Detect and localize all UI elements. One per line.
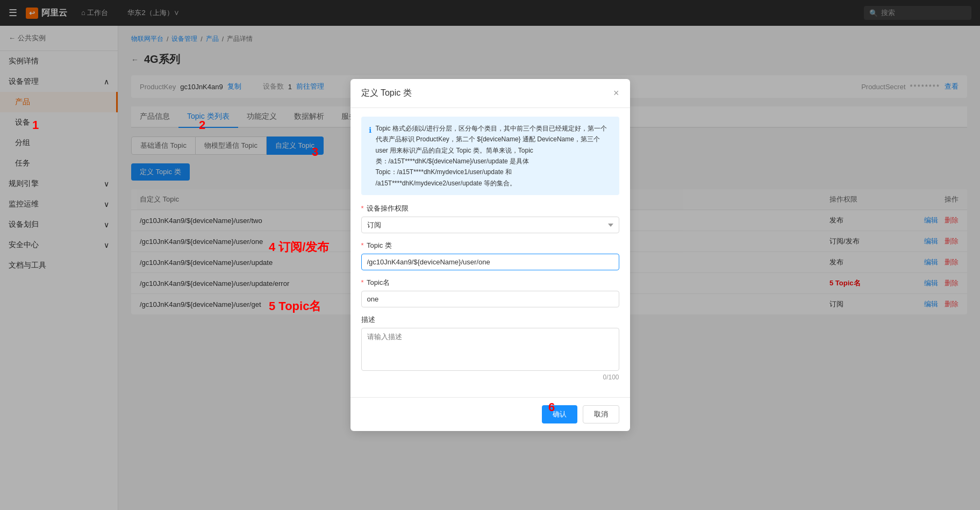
topic-class-label-text: Topic 类	[367, 241, 392, 249]
modal-close-button[interactable]: ×	[613, 88, 619, 99]
topic-name-input[interactable]	[361, 291, 619, 307]
permission-label-text: 设备操作权限	[367, 204, 409, 212]
cancel-button[interactable]: 取消	[583, 405, 619, 423]
form-item-permission: * 设备操作权限 订阅 发布 订阅/发布	[361, 204, 619, 233]
desc-label: 描述	[361, 315, 619, 325]
topic-name-label-text: Topic名	[367, 278, 390, 286]
info-box: ℹ Topic 格式必须以/进行分层，区分每个类目，其中前三个类目已经规定好，第…	[361, 117, 619, 195]
topic-class-input[interactable]	[361, 254, 619, 270]
permission-label: * 设备操作权限	[361, 204, 619, 213]
modal-footer: 确认 取消	[350, 397, 630, 431]
modal-body: ℹ Topic 格式必须以/进行分层，区分每个类目，其中前三个类目已经规定好，第…	[350, 108, 630, 397]
info-icon: ℹ	[369, 124, 371, 189]
confirm-button[interactable]: 确认	[542, 405, 577, 423]
form-item-topic-name: * Topic名	[361, 278, 619, 307]
required-mark: *	[361, 204, 364, 212]
topic-name-label: * Topic名	[361, 278, 619, 288]
define-topic-modal: 定义 Topic 类 × ℹ Topic 格式必须以/进行分层，区分每个类目，其…	[350, 79, 630, 431]
permission-select[interactable]: 订阅 发布 订阅/发布	[361, 217, 619, 233]
topic-class-label: * Topic 类	[361, 241, 619, 250]
modal-title: 定义 Topic 类	[361, 88, 412, 99]
desc-textarea[interactable]	[361, 328, 619, 371]
required-mark-2: *	[361, 241, 364, 249]
modal-overlay: 定义 Topic 类 × ℹ Topic 格式必须以/进行分层，区分每个类目，其…	[0, 0, 980, 510]
info-text: Topic 格式必须以/进行分层，区分每个类目，其中前三个类目已经规定好，第一个…	[376, 123, 612, 189]
modal-header: 定义 Topic 类 ×	[350, 79, 630, 108]
form-item-topic-class: * Topic 类	[361, 241, 619, 270]
desc-count: 0/100	[361, 373, 619, 381]
form-item-desc: 描述 0/100	[361, 315, 619, 381]
required-mark-3: *	[361, 278, 364, 286]
